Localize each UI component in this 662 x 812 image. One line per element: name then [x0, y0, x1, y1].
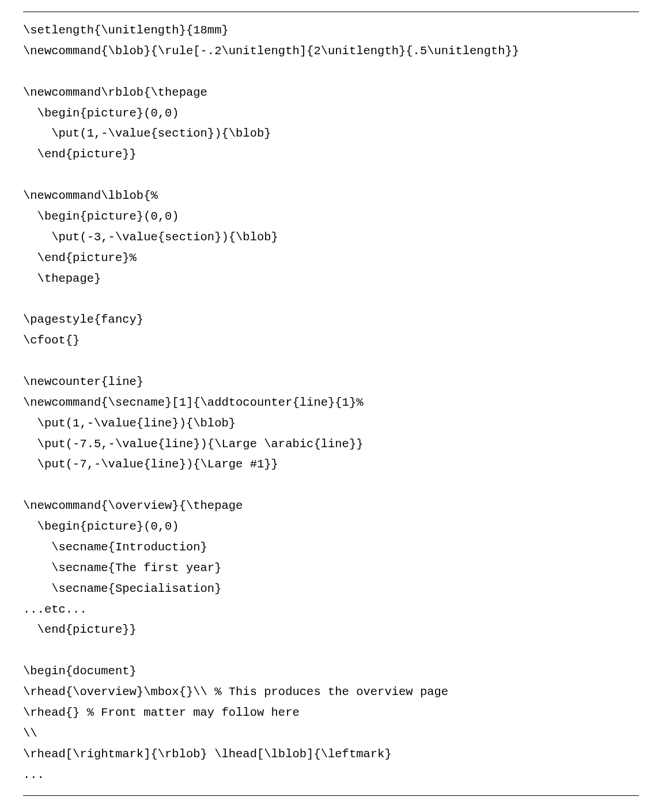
code-line: \end{picture}%	[23, 248, 639, 269]
code-line: \begin{picture}(0,0)	[23, 103, 639, 124]
code-line: \put(-3,-\value{section}){\blob}	[23, 227, 639, 248]
code-line: \newcounter{line}	[23, 372, 639, 392]
code-line: \rhead{} % Front matter may follow here	[23, 703, 639, 723]
code-line	[23, 165, 639, 186]
code-line	[23, 351, 639, 372]
code-line: \cfoot{}	[23, 330, 639, 351]
code-line: \begin{picture}(0,0)	[23, 516, 639, 537]
code-line: \setlength{\unitlength}{18mm}	[23, 20, 639, 41]
code-line: \\	[23, 723, 639, 744]
code-line: \begin{picture}(0,0)	[23, 206, 639, 227]
code-line: \newcommand\lblob{%	[23, 186, 639, 206]
code-line: \put(-7,-\value{line}){\Large #1}}	[23, 454, 639, 475]
code-line	[23, 640, 639, 661]
code-line: \rhead{\overview}\mbox{}\\ % This produc…	[23, 682, 639, 703]
code-line: \thepage}	[23, 269, 639, 289]
code-line: \newcommand{\overview}{\thepage	[23, 496, 639, 516]
code-line	[23, 62, 639, 82]
code-line: \begin{document}	[23, 661, 639, 682]
code-line: ...	[23, 765, 639, 785]
code-line: \newcommand{\secname}[1]{\addtocounter{l…	[23, 392, 639, 413]
code-line: \secname{The first year}	[23, 558, 639, 579]
code-line: \newcommand\rblob{\thepage	[23, 82, 639, 103]
code-line: \pagestyle{fancy}	[23, 309, 639, 330]
code-line: \put(1,-\value{section}){\blob}	[23, 123, 639, 144]
code-block: \setlength{\unitlength}{18mm}\newcommand…	[23, 12, 639, 796]
code-line: \secname{Specialisation}	[23, 579, 639, 599]
code-line: \end{picture}}	[23, 620, 639, 640]
code-line: ...etc...	[23, 599, 639, 620]
code-line: \put(-7.5,-\value{line}){\Large \arabic{…	[23, 434, 639, 455]
code-line: \rhead[\rightmark]{\rblob} \lhead[\lblob…	[23, 744, 639, 765]
code-line: \end{picture}}	[23, 144, 639, 165]
code-line: \secname{Introduction}	[23, 537, 639, 558]
code-line: \newcommand{\blob}{\rule[-.2\unitlength]…	[23, 41, 639, 62]
code-line	[23, 475, 639, 496]
code-content: \setlength{\unitlength}{18mm}\newcommand…	[23, 20, 639, 785]
code-line: \put(1,-\value{line}){\blob}	[23, 413, 639, 434]
code-line	[23, 289, 639, 309]
